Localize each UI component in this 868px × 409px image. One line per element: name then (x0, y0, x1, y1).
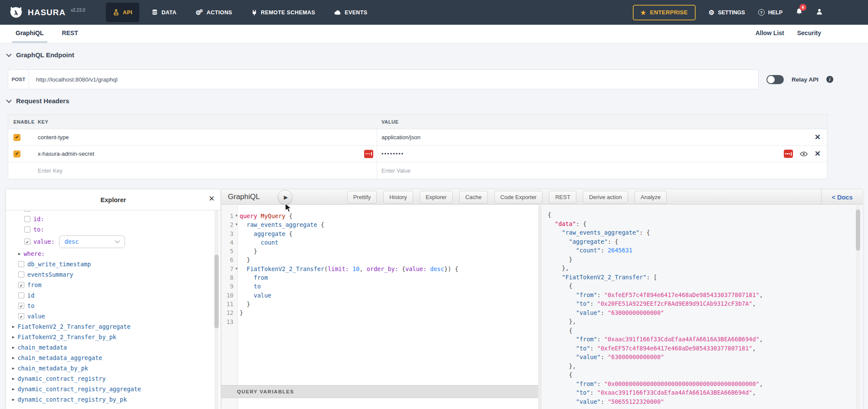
explorer-item-to[interactable]: to: (6, 224, 220, 235)
explorer-item-FiatTokenV2_2_Transfer_aggregate[interactable]: ▶FiatTokenV2_2_Transfer_aggregate (6, 321, 220, 332)
tab-security[interactable]: Security (794, 25, 825, 43)
close-icon[interactable]: ✕ (815, 134, 821, 141)
order-direction-select[interactable]: desc (59, 236, 125, 248)
graphiql-title: GraphiQL (228, 193, 260, 201)
toolbar-button-history[interactable]: History (383, 191, 413, 203)
nav-item-events[interactable]: EVENTS (327, 3, 374, 22)
info-icon[interactable]: i (826, 76, 833, 83)
explorer-item-eventsSummary[interactable]: eventsSummary (6, 269, 220, 280)
header-value-input[interactable] (381, 167, 821, 174)
field-checkbox[interactable]: ✔ (18, 282, 24, 288)
query-editor[interactable]: 1▼query MyQuery {2▼ raw_events_aggregate… (221, 205, 538, 409)
explorer-item-where[interactable]: ▶where: (6, 249, 220, 259)
expand-arrow-icon[interactable]: ▶ (18, 252, 20, 256)
header-key-input[interactable] (38, 167, 377, 174)
graphiql-panel: GraphiQL ▶ PrettifyHistoryExplorerCacheC… (221, 190, 863, 409)
field-checkbox[interactable] (24, 226, 30, 232)
request-headers-section-header[interactable]: Request Headers (7, 97, 69, 105)
toolbar-button-explorer[interactable]: Explorer (420, 191, 453, 203)
field-checkbox[interactable] (18, 272, 24, 278)
explorer-item[interactable] (6, 210, 220, 214)
relay-api-toggle[interactable] (766, 75, 784, 84)
enterprise-button[interactable]: ★ ENTERPRISE (633, 5, 696, 20)
close-icon[interactable]: ✕ (815, 150, 821, 157)
query-variables-bar[interactable]: QUERY VARIABLES (221, 385, 538, 398)
variables-editor[interactable] (221, 398, 538, 409)
explorer-item-dynamic_contract_registry_by_pk[interactable]: ▶dynamic_contract_registry_by_pk (6, 394, 220, 405)
graphql-endpoint-input[interactable] (29, 70, 758, 89)
expand-arrow-icon[interactable]: ▶ (12, 356, 14, 360)
nav-item-actions[interactable]: ⚙⚙ACTIONS (189, 3, 239, 22)
execute-query-button[interactable]: ▶ (278, 190, 293, 205)
fold-arrow-icon[interactable]: ▼ (233, 220, 240, 229)
toolbar-button-cache[interactable]: Cache (459, 191, 488, 203)
header-value-cell (377, 162, 827, 179)
fold-arrow-icon[interactable]: ▼ (233, 265, 240, 273)
fold-arrow-icon[interactable]: ▼ (233, 212, 240, 220)
field-checkbox[interactable]: ✔ (18, 313, 24, 319)
toolbar-button-rest[interactable]: REST (549, 191, 576, 203)
result-line: "FiatTokenV2_2_Transfer": [ (548, 273, 852, 282)
header-key-input[interactable] (38, 151, 377, 157)
explorer-item-from[interactable]: ✔from (6, 280, 220, 290)
field-checkbox[interactable] (18, 261, 24, 267)
expand-arrow-icon[interactable]: ▶ (12, 376, 14, 381)
explorer-scrollbar-thumb[interactable] (214, 255, 219, 328)
tab-rest[interactable]: REST (59, 25, 82, 43)
lastpass-icon[interactable] (784, 150, 793, 158)
eye-icon[interactable] (800, 151, 808, 157)
explorer-item-chain_metadata_aggregate[interactable]: ▶chain_metadata_aggregate (6, 353, 220, 363)
explorer-item-id[interactable]: id (6, 290, 220, 301)
expand-arrow-icon[interactable]: ▶ (12, 387, 14, 391)
explorer-item-id[interactable]: id: (6, 214, 220, 224)
field-checkbox[interactable] (24, 216, 30, 222)
explorer-item-FiatTokenV2_2_Transfer_by_pk[interactable]: ▶FiatTokenV2_2_Transfer_by_pk (6, 332, 220, 342)
header-value-input[interactable] (381, 134, 809, 141)
toolbar-button-derive-action[interactable]: Derive action (583, 191, 628, 203)
nav-item-remote-schemas[interactable]: REMOTE SCHEMAS (244, 3, 322, 22)
expand-arrow-icon[interactable]: ▶ (12, 335, 14, 339)
settings-button[interactable]: ⚙ SETTINGS (709, 9, 745, 16)
nav-item-data[interactable]: DATA (145, 3, 183, 22)
field-checkbox[interactable]: ✔ (24, 239, 30, 245)
close-icon[interactable]: × (209, 194, 214, 203)
header-enabled-checkbox[interactable]: ✔ (13, 151, 20, 157)
explorer-item-to[interactable]: ✔to (6, 301, 220, 311)
tab-allow-list[interactable]: Allow List (752, 25, 788, 43)
tab-graphiql[interactable]: GraphiQL (12, 25, 47, 43)
expand-arrow-icon[interactable]: ▶ (12, 345, 14, 350)
expand-arrow-icon[interactable]: ▶ (12, 324, 14, 329)
expand-arrow-icon[interactable]: ▶ (12, 397, 14, 402)
docs-button[interactable]: < Docs (821, 190, 863, 205)
toolbar-button-code-exporter[interactable]: Code Exporter (494, 191, 543, 203)
toolbar-button-prettify[interactable]: Prettify (347, 191, 377, 203)
code-line: 10 value (221, 291, 538, 300)
editor-result-divider[interactable] (538, 205, 542, 409)
explorer-item-chain_metadata[interactable]: ▶chain_metadata (6, 342, 220, 353)
field-checkbox[interactable] (24, 210, 30, 212)
explorer-item-label: value: (33, 238, 55, 245)
explorer-item-chain_metadata_by_pk[interactable]: ▶chain_metadata_by_pk (6, 363, 220, 373)
help-button[interactable]: ? HELP (758, 9, 783, 16)
line-number: 11 (221, 300, 233, 308)
lastpass-icon[interactable] (364, 150, 373, 158)
hasura-brand[interactable]: HASURA v2.23.0 (0, 5, 91, 20)
toolbar-button-analyze[interactable]: Analyze (635, 191, 667, 203)
close-icon[interactable]: ✕ (815, 150, 821, 157)
header-key-input[interactable] (38, 134, 377, 141)
nav-item-api[interactable]: API (106, 3, 139, 22)
expand-arrow-icon[interactable]: ▶ (12, 366, 14, 370)
explorer-item-value[interactable]: ✔value:desc (6, 235, 220, 249)
header-enabled-checkbox[interactable]: ✔ (13, 134, 20, 141)
account-button[interactable] (816, 8, 823, 17)
explorer-item-dynamic_contract_registry[interactable]: ▶dynamic_contract_registry (6, 373, 220, 384)
explorer-item-dynamic_contract_registry_aggregate[interactable]: ▶dynamic_contract_registry_aggregate (6, 384, 220, 394)
field-checkbox[interactable] (18, 292, 24, 298)
endpoint-section-header[interactable]: GraphQL Endpoint (7, 51, 74, 59)
explorer-item-db_write_timestamp[interactable]: db_write_timestamp (6, 259, 220, 269)
field-checkbox[interactable]: ✔ (18, 303, 24, 309)
result-scrollbar-thumb[interactable] (856, 209, 860, 251)
explorer-item-value[interactable]: ✔value (6, 311, 220, 321)
notifications-button[interactable]: 8 (796, 8, 803, 17)
close-icon[interactable]: ✕ (815, 134, 821, 141)
